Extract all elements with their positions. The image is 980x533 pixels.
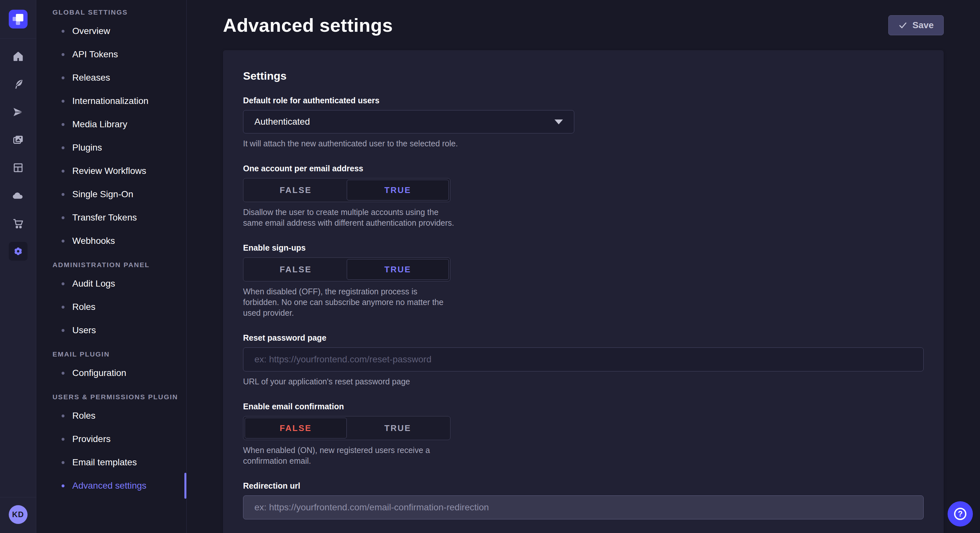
toggle-option-true[interactable]: TRUE [347,180,449,200]
field-hint: It will attach the new authenticated use… [243,138,924,149]
field-hint: URL of your application's reset password… [243,376,924,387]
sidebar-item-api-tokens[interactable]: API Tokens [36,43,186,66]
bullet-icon [62,461,65,464]
layout-icon[interactable] [9,159,27,177]
content-manager-icon[interactable] [9,103,27,121]
media-library-icon[interactable] [9,130,27,149]
field-redirection-url: Redirection url [243,481,924,519]
home-icon[interactable] [9,47,27,66]
chevron-down-icon [555,119,563,124]
field-hint: Disallow the user to create multiple acc… [243,207,455,228]
sidebar-item-media-library[interactable]: Media Library [36,113,186,136]
default-role-select[interactable]: Authenticated [243,110,574,133]
bullet-icon [62,193,65,196]
sidebar-item-releases[interactable]: Releases [36,66,186,89]
sidebar-item-email-templates[interactable]: Email templates [36,451,186,474]
settings-sidebar: GLOBAL SETTINGS Overview API Tokens Rele… [36,0,187,533]
sidebar-section-users-permissions-plugin: USERS & PERMISSIONS PLUGIN [36,385,186,404]
main-content: Advanced settings Save Settings Default … [187,0,980,533]
field-enable-email-confirmation: Enable email confirmation FALSE TRUE Whe… [243,402,924,466]
field-enable-sign-ups: Enable sign-ups FALSE TRUE When disabled… [243,243,924,318]
sidebar-item-up-roles[interactable]: Roles [36,404,186,427]
sidebar-section-global-settings: GLOBAL SETTINGS [36,5,186,19]
strapi-logo-glyph [13,17,16,21]
field-hint: When disabled (OFF), the registration pr… [243,286,455,318]
strapi-logo-glyph [16,14,23,21]
bullet-icon [62,100,65,103]
strapi-logo-glyph [16,21,20,25]
sidebar-item-webhooks[interactable]: Webhooks [36,229,186,252]
redirection-url-input[interactable] [243,495,924,519]
page-title: Advanced settings [223,14,393,36]
field-label: Redirection url [243,481,924,490]
bullet-icon [62,240,65,243]
divider [0,497,36,497]
marketplace-cart-icon[interactable] [9,214,27,233]
question-mark-icon: ? [954,508,966,520]
field-default-role: Default role for authenticated users Aut… [243,96,924,149]
bullet-icon [62,76,65,79]
settings-gear-icon[interactable] [9,242,27,261]
sidebar-item-review-workflows[interactable]: Review Workflows [36,159,186,182]
help-button[interactable]: ? [948,501,973,527]
select-value: Authenticated [255,117,310,127]
bullet-icon [62,414,65,417]
bullet-icon [62,30,65,33]
sidebar-item-overview[interactable]: Overview [36,19,186,43]
toggle-option-false[interactable]: FALSE [245,418,347,438]
strapi-logo[interactable] [9,10,27,29]
enable-email-confirmation-toggle: FALSE TRUE [243,416,450,440]
bullet-icon [62,170,65,173]
bullet-icon [62,146,65,149]
field-label: Reset password page [243,333,924,343]
field-label: Default role for authenticated users [243,96,924,105]
toggle-option-true[interactable]: TRUE [347,259,449,280]
field-label: Enable sign-ups [243,243,924,252]
main-nav-rail: KD [0,0,36,533]
settings-card: Settings Default role for authenticated … [223,50,944,533]
one-account-per-email-toggle: FALSE TRUE [243,178,450,202]
sidebar-item-admin-roles[interactable]: Roles [36,295,186,319]
sidebar-item-internationalization[interactable]: Internationalization [36,89,186,113]
field-label: Enable email confirmation [243,402,924,411]
sidebar-item-single-sign-on[interactable]: Single Sign-On [36,182,186,206]
field-hint: When enabled (ON), new registered users … [243,445,455,466]
sidebar-item-providers[interactable]: Providers [36,427,186,451]
cloud-icon[interactable] [9,186,27,205]
toggle-option-false[interactable]: FALSE [245,259,347,280]
bullet-icon [62,123,65,126]
enable-sign-ups-toggle: FALSE TRUE [243,257,450,281]
sidebar-item-email-configuration[interactable]: Configuration [36,362,186,385]
sidebar-section-administration-panel: ADMINISTRATION PANEL [36,252,186,272]
toggle-option-true[interactable]: TRUE [347,418,449,438]
field-label: One account per email address [243,164,924,173]
field-one-account-per-email: One account per email address FALSE TRUE… [243,164,924,228]
sidebar-section-email-plugin: EMAIL PLUGIN [36,342,186,362]
sidebar-item-admin-users[interactable]: Users [36,319,186,342]
sidebar-item-audit-logs[interactable]: Audit Logs [36,272,186,295]
content-type-builder-icon[interactable] [9,75,27,94]
bullet-icon [62,53,65,56]
sidebar-item-transfer-tokens[interactable]: Transfer Tokens [36,206,186,229]
settings-section-title: Settings [243,70,924,82]
check-icon [898,21,907,30]
bullet-icon [62,438,65,441]
user-avatar[interactable]: KD [9,505,27,524]
bullet-icon [62,372,65,374]
save-button[interactable]: Save [888,15,944,35]
bullet-icon [62,216,65,219]
field-reset-password-page: Reset password page URL of your applicat… [243,333,924,387]
toggle-option-false[interactable]: FALSE [245,180,347,200]
sidebar-item-advanced-settings[interactable]: Advanced settings [36,474,186,497]
sidebar-item-plugins[interactable]: Plugins [36,136,186,159]
bullet-icon [62,282,65,285]
bullet-icon [62,329,65,332]
bullet-icon [62,306,65,309]
reset-password-page-input[interactable] [243,347,924,371]
bullet-icon [62,484,65,487]
